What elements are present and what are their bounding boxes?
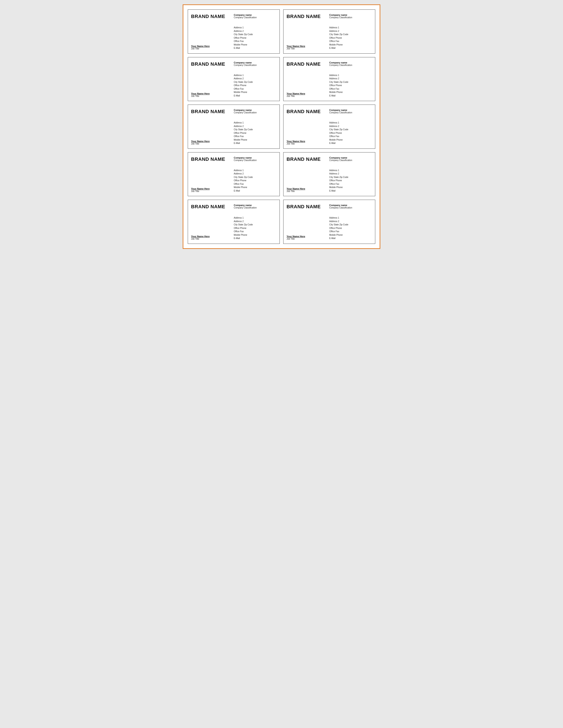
card-name-block: Your Name HereJob Title xyxy=(286,187,329,193)
card-company-block: Company nameCompany Classification xyxy=(234,156,277,162)
card-company-name: Company name xyxy=(234,204,277,206)
card-company-classification: Company Classification xyxy=(329,16,372,19)
card-name-block: Your Name HereJob Title xyxy=(191,140,234,146)
card-address-block: Address 1Address 2City State Zip CodeOff… xyxy=(329,19,372,51)
card-company-block: Company nameCompany Classification xyxy=(329,156,372,162)
card-address-line: E-Mail xyxy=(234,46,277,50)
card-address-line: Address 1 xyxy=(234,74,277,77)
card-address-block: Address 1Address 2City State Zip CodeOff… xyxy=(329,67,372,98)
card-your-name: Your Name Here xyxy=(286,140,329,143)
business-card: BRAND NAMECompany nameCompany Classifica… xyxy=(188,9,280,54)
card-company-classification: Company Classification xyxy=(234,64,277,66)
card-address-line: Mobile Phone xyxy=(234,91,277,94)
card-company-classification: Company Classification xyxy=(329,111,372,114)
card-company-name: Company name xyxy=(329,204,372,206)
card-name-block: Your Name HereJob Title xyxy=(286,235,329,241)
card-name-block: Your Name HereJob Title xyxy=(286,140,329,146)
card-company-name: Company name xyxy=(329,156,372,159)
card-brand: BRAND NAME xyxy=(191,156,234,162)
card-address-line: Mobile Phone xyxy=(329,138,372,142)
card-company-name: Company name xyxy=(234,61,277,64)
card-address-line: E-Mail xyxy=(234,189,277,193)
card-address-line: Office Fax xyxy=(329,135,372,138)
card-address-line: Office Fax xyxy=(234,135,277,138)
card-your-name: Your Name Here xyxy=(191,92,234,95)
card-your-name: Your Name Here xyxy=(191,235,234,238)
card-address-line: Address 2 xyxy=(329,125,372,128)
card-address-line: Address 2 xyxy=(234,77,277,80)
business-card: BRAND NAMECompany nameCompany Classifica… xyxy=(283,152,375,196)
card-address-line: Office Fax xyxy=(234,40,277,43)
card-brand: BRAND NAME xyxy=(286,13,329,19)
card-job-title: Job Title xyxy=(286,238,329,240)
card-company-block: Company nameCompany Classification xyxy=(329,60,372,67)
card-address-line: City State Zip Code xyxy=(329,33,372,36)
card-your-name: Your Name Here xyxy=(191,187,234,190)
card-address-line: Office Fax xyxy=(234,230,277,233)
card-company-block: Company nameCompany Classification xyxy=(329,108,372,114)
business-card: BRAND NAMECompany nameCompany Classifica… xyxy=(283,57,375,101)
card-address-line: Mobile Phone xyxy=(329,186,372,189)
business-card: BRAND NAMECompany nameCompany Classifica… xyxy=(283,105,375,149)
card-address-line: City State Zip Code xyxy=(234,80,277,84)
card-address-block: Address 1Address 2City State Zip CodeOff… xyxy=(234,19,277,51)
card-job-title: Job Title xyxy=(191,238,234,240)
card-address-line: Mobile Phone xyxy=(329,91,372,94)
card-address-line: City State Zip Code xyxy=(234,176,277,179)
card-address-line: Office Fax xyxy=(234,182,277,186)
card-address-line: E-Mail xyxy=(329,46,372,50)
card-job-title: Job Title xyxy=(286,47,329,50)
card-address-line: City State Zip Code xyxy=(329,176,372,179)
card-company-block: Company nameCompany Classification xyxy=(234,60,277,67)
card-address-line: City State Zip Code xyxy=(234,33,277,36)
card-brand: BRAND NAME xyxy=(191,13,234,19)
card-address-line: Address 1 xyxy=(234,169,277,172)
card-address-line: Address 1 xyxy=(329,216,372,220)
card-address-line: City State Zip Code xyxy=(329,128,372,131)
card-address-line: E-Mail xyxy=(234,237,277,240)
card-address-line: Office Phone xyxy=(234,84,277,87)
card-your-name: Your Name Here xyxy=(286,187,329,190)
card-company-classification: Company Classification xyxy=(329,64,372,66)
card-your-name: Your Name Here xyxy=(286,45,329,47)
card-company-classification: Company Classification xyxy=(234,16,277,19)
business-card: BRAND NAMECompany nameCompany Classifica… xyxy=(283,9,375,54)
card-address-line: Address 1 xyxy=(329,121,372,125)
card-brand: BRAND NAME xyxy=(286,156,329,162)
card-address-line: Address 1 xyxy=(234,26,277,29)
card-address-line: Mobile Phone xyxy=(329,233,372,237)
card-address-line: E-Mail xyxy=(234,94,277,98)
card-address-line: Address 2 xyxy=(234,125,277,128)
card-address-line: Office Phone xyxy=(234,36,277,40)
card-address-line: Office Fax xyxy=(329,87,372,91)
card-address-line: Office Fax xyxy=(329,230,372,233)
card-address-line: Address 2 xyxy=(329,29,372,33)
card-address-line: Office Phone xyxy=(234,131,277,135)
card-address-line: Office Fax xyxy=(234,87,277,91)
card-company-name: Company name xyxy=(234,109,277,111)
card-address-line: City State Zip Code xyxy=(234,223,277,226)
card-address-block: Address 1Address 2City State Zip CodeOff… xyxy=(329,114,372,146)
card-job-title: Job Title xyxy=(286,143,329,145)
card-company-classification: Company Classification xyxy=(329,159,372,161)
card-address-line: E-Mail xyxy=(329,189,372,193)
card-company-name: Company name xyxy=(329,109,372,111)
card-your-name: Your Name Here xyxy=(286,92,329,95)
card-address-line: Address 2 xyxy=(329,172,372,176)
business-card: BRAND NAMECompany nameCompany Classifica… xyxy=(188,105,280,149)
card-address-line: Address 2 xyxy=(234,29,277,33)
card-address-block: Address 1Address 2City State Zip CodeOff… xyxy=(234,162,277,194)
card-address-block: Address 1Address 2City State Zip CodeOff… xyxy=(329,162,372,194)
card-address-line: Mobile Phone xyxy=(234,43,277,47)
card-address-block: Address 1Address 2City State Zip CodeOff… xyxy=(234,210,277,241)
card-company-block: Company nameCompany Classification xyxy=(329,203,372,210)
card-address-line: Office Phone xyxy=(234,226,277,230)
card-address-line: Address 1 xyxy=(234,216,277,220)
card-name-block: Your Name HereJob Title xyxy=(286,92,329,98)
card-company-block: Company nameCompany Classification xyxy=(234,13,277,19)
card-address-line: Mobile Phone xyxy=(329,43,372,47)
card-address-line: City State Zip Code xyxy=(329,80,372,84)
card-address-line: Office Phone xyxy=(234,179,277,182)
card-company-block: Company nameCompany Classification xyxy=(329,13,372,19)
card-address-line: Office Fax xyxy=(329,182,372,186)
